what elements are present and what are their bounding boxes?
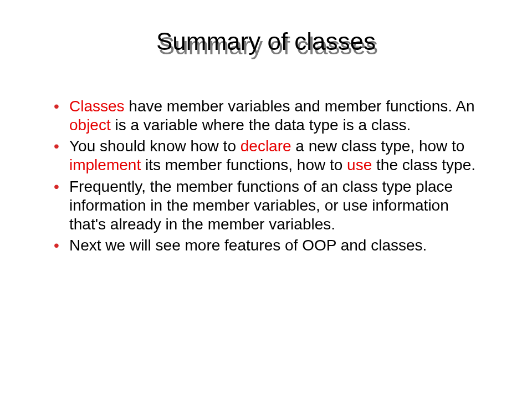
keyword-text: implement <box>69 156 141 173</box>
body-text: the class type. <box>372 156 475 173</box>
body-text: You should know how to <box>69 137 241 155</box>
body-text: Frequently, the member functions of an c… <box>69 178 453 233</box>
slide-title-wrap: Summary of classes Summary of classes <box>0 28 532 55</box>
body-text: its member functions, how to <box>141 156 347 173</box>
keyword-text: declare <box>241 137 291 155</box>
bullet-list: Classes have member variables and member… <box>53 97 485 255</box>
body-text: is a variable where the data type is a c… <box>111 116 411 134</box>
slide: Summary of classes Summary of classes Cl… <box>0 0 532 399</box>
bullet-item: Frequently, the member functions of an c… <box>53 177 485 234</box>
keyword-text: use <box>347 156 372 173</box>
keyword-text: Classes <box>69 98 125 115</box>
body-text: Next we will see more features of OOP an… <box>69 237 427 254</box>
slide-body: Classes have member variables and member… <box>53 97 485 257</box>
bullet-item: Next we will see more features of OOP an… <box>53 236 485 255</box>
bullet-item: Classes have member variables and member… <box>53 97 485 135</box>
keyword-text: object <box>69 116 111 134</box>
body-text: have member variables and member functio… <box>125 98 475 115</box>
bullet-item: You should know how to declare a new cla… <box>53 137 485 175</box>
slide-title: Summary of classes <box>156 28 376 55</box>
body-text: a new class type, how to <box>291 137 465 155</box>
